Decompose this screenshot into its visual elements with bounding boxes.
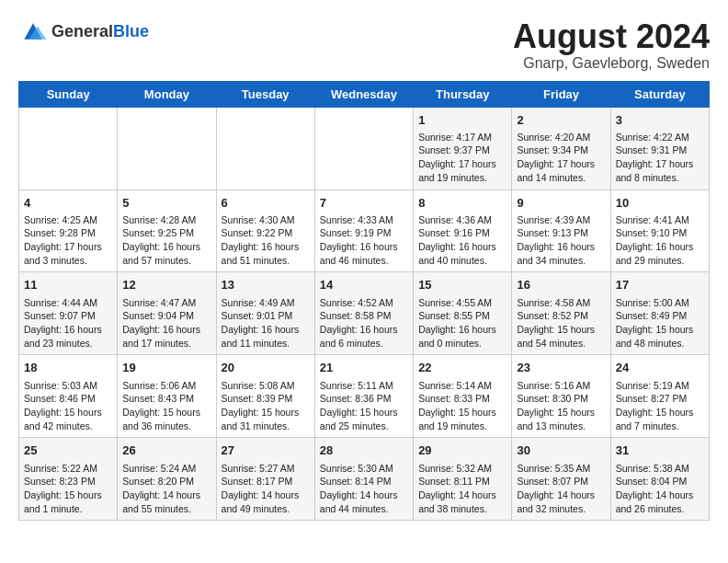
sunset-text: Sunset: 8:52 PM [517,309,605,323]
day-number: 8 [418,195,506,212]
day-number: 30 [517,442,605,459]
sunrise-text: Sunrise: 4:41 AM [616,213,704,227]
weekday-header-row: SundayMondayTuesdayWednesdayThursdayFrid… [19,81,710,107]
daylight-text: Daylight: 17 hours and 19 minutes. [418,157,506,184]
weekday-header-tuesday: Tuesday [216,81,314,107]
sunset-text: Sunset: 9:37 PM [418,144,506,157]
sunrise-text: Sunrise: 5:38 AM [616,462,704,476]
sunrise-text: Sunrise: 5:06 AM [122,379,210,393]
sunrise-text: Sunrise: 5:32 AM [418,462,506,476]
sunset-text: Sunset: 8:20 PM [122,475,210,488]
sunrise-text: Sunrise: 4:39 AM [517,213,605,227]
day-number: 13 [222,277,310,293]
daylight-text: Daylight: 16 hours and 51 minutes. [222,240,310,267]
day-number: 12 [122,277,210,293]
weekday-header-sunday: Sunday [19,81,118,107]
daylight-text: Daylight: 14 hours and 49 minutes. [222,488,310,515]
calendar-week-1: 1Sunrise: 4:17 AMSunset: 9:37 PMDaylight… [19,107,710,190]
calendar-table: SundayMondayTuesdayWednesdayThursdayFrid… [18,81,710,522]
daylight-text: Daylight: 16 hours and 29 minutes. [616,240,704,267]
sunrise-text: Sunrise: 5:11 AM [320,379,408,393]
daylight-text: Daylight: 17 hours and 14 minutes. [517,157,605,184]
sunrise-text: Sunrise: 4:58 AM [517,296,605,310]
sunrise-text: Sunrise: 5:24 AM [122,462,210,476]
sunset-text: Sunset: 9:34 PM [517,144,605,157]
title-section: August 2024 Gnarp, Gaevleborg, Sweden [513,18,710,72]
calendar-cell: 9Sunrise: 4:39 AMSunset: 9:13 PMDaylight… [512,190,610,272]
daylight-text: Daylight: 15 hours and 31 minutes. [222,406,310,432]
day-number: 9 [517,195,605,212]
daylight-text: Daylight: 14 hours and 55 minutes. [122,488,210,515]
calendar-cell: 15Sunrise: 4:55 AMSunset: 8:55 PMDayligh… [414,272,512,355]
sunrise-text: Sunrise: 5:16 AM [517,379,605,393]
sunset-text: Sunset: 9:07 PM [24,309,112,323]
sunset-text: Sunset: 8:04 PM [616,475,704,488]
calendar-cell: 4Sunrise: 4:25 AMSunset: 9:28 PMDaylight… [19,190,118,272]
calendar-cell: 24Sunrise: 5:19 AMSunset: 8:27 PMDayligh… [610,355,709,438]
sunset-text: Sunset: 8:58 PM [320,309,408,323]
day-number: 24 [616,360,704,376]
calendar-cell: 11Sunrise: 4:44 AMSunset: 9:07 PMDayligh… [19,272,118,355]
calendar-week-3: 11Sunrise: 4:44 AMSunset: 9:07 PMDayligh… [19,272,710,355]
sunset-text: Sunset: 9:13 PM [517,226,605,240]
calendar-cell: 20Sunrise: 5:08 AMSunset: 8:39 PMDayligh… [216,355,314,438]
daylight-text: Daylight: 16 hours and 46 minutes. [320,240,408,267]
daylight-text: Daylight: 16 hours and 11 minutes. [222,323,310,350]
calendar-cell: 16Sunrise: 4:58 AMSunset: 8:52 PMDayligh… [512,272,610,355]
sunrise-text: Sunrise: 4:55 AM [418,296,506,310]
calendar-cell: 23Sunrise: 5:16 AMSunset: 8:30 PMDayligh… [512,355,610,438]
sunrise-text: Sunrise: 4:47 AM [122,296,210,310]
calendar-cell: 22Sunrise: 5:14 AMSunset: 8:33 PMDayligh… [414,355,512,438]
logo-icon [18,18,48,44]
page-header: General Blue August 2024 Gnarp, Gaevlebo… [18,18,710,72]
daylight-text: Daylight: 15 hours and 19 minutes. [418,406,506,432]
daylight-text: Daylight: 15 hours and 13 minutes. [517,406,605,432]
weekday-header-monday: Monday [118,81,216,107]
daylight-text: Daylight: 16 hours and 57 minutes. [122,240,210,267]
sunrise-text: Sunrise: 5:08 AM [222,379,310,393]
calendar-cell: 10Sunrise: 4:41 AMSunset: 9:10 PMDayligh… [610,190,709,272]
calendar-cell: 7Sunrise: 4:33 AMSunset: 9:19 PMDaylight… [314,190,413,272]
daylight-text: Daylight: 16 hours and 40 minutes. [418,240,506,267]
daylight-text: Daylight: 15 hours and 7 minutes. [616,406,704,432]
sunset-text: Sunset: 8:49 PM [616,309,704,323]
day-number: 6 [222,195,310,212]
calendar-cell [314,107,413,190]
daylight-text: Daylight: 15 hours and 48 minutes. [616,323,704,350]
day-number: 10 [616,195,704,212]
calendar-cell [118,107,216,190]
sunrise-text: Sunrise: 5:19 AM [616,379,704,393]
calendar-cell: 27Sunrise: 5:27 AMSunset: 8:17 PMDayligh… [216,438,314,521]
sunset-text: Sunset: 9:28 PM [24,226,112,240]
logo-blue: Blue [113,22,149,41]
sunrise-text: Sunrise: 4:52 AM [320,296,408,310]
logo-general: General [51,22,113,41]
sunset-text: Sunset: 8:27 PM [616,392,704,406]
calendar-cell [216,107,314,190]
day-number: 3 [616,112,704,129]
sunrise-text: Sunrise: 5:03 AM [24,379,112,393]
day-number: 18 [24,360,112,376]
day-number: 26 [122,442,210,459]
daylight-text: Daylight: 14 hours and 44 minutes. [320,488,408,515]
sunset-text: Sunset: 9:01 PM [222,309,310,323]
day-number: 28 [320,442,408,459]
weekday-header-saturday: Saturday [610,81,709,107]
day-number: 31 [616,442,704,459]
day-number: 15 [418,277,506,293]
calendar-week-5: 25Sunrise: 5:22 AMSunset: 8:23 PMDayligh… [19,438,710,521]
daylight-text: Daylight: 15 hours and 25 minutes. [320,406,408,432]
sunrise-text: Sunrise: 4:20 AM [517,131,605,144]
sunset-text: Sunset: 8:39 PM [222,392,310,406]
day-number: 17 [616,277,704,293]
calendar-week-4: 18Sunrise: 5:03 AMSunset: 8:46 PMDayligh… [19,355,710,438]
daylight-text: Daylight: 16 hours and 0 minutes. [418,323,506,350]
day-number: 19 [122,360,210,376]
daylight-text: Daylight: 16 hours and 6 minutes. [320,323,408,350]
sunset-text: Sunset: 8:36 PM [320,392,408,406]
daylight-text: Daylight: 16 hours and 34 minutes. [517,240,605,267]
sunset-text: Sunset: 8:30 PM [517,392,605,406]
day-number: 20 [222,360,310,376]
sunset-text: Sunset: 8:43 PM [122,392,210,406]
sunset-text: Sunset: 9:10 PM [616,226,704,240]
